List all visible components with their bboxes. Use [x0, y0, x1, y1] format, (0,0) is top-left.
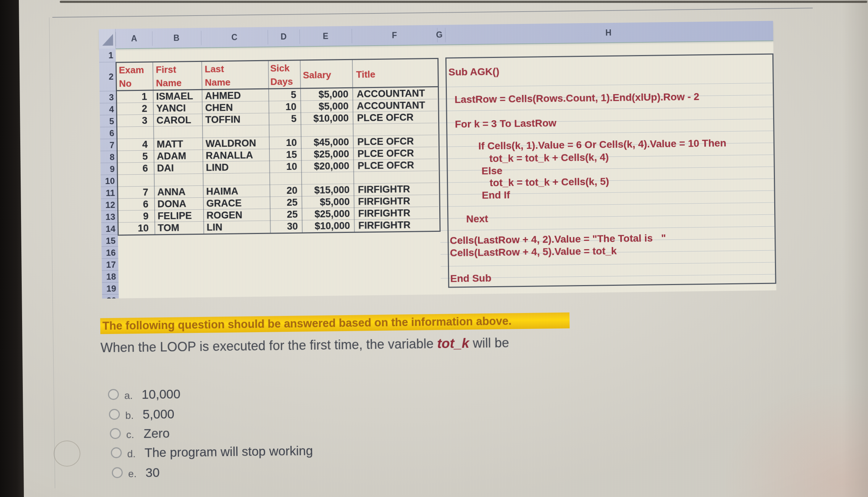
cell-exam-no: 3: [117, 115, 152, 127]
cell-title: FIRFIGHTR: [355, 183, 438, 196]
select-all-corner: [99, 29, 116, 49]
table-row: 9 FELIPE ROGEN 25 $25,000 FIRFIGHTR: [0, 0, 866, 1]
option-row-b[interactable]: b.5,000: [125, 406, 175, 423]
column-header-title: Title: [356, 60, 436, 88]
cell-title: FIRFIGHTR: [356, 207, 438, 220]
select-all-triangle-icon: [102, 34, 113, 46]
cell-last-name: ROGEN: [205, 209, 268, 222]
column-letter: E: [323, 26, 328, 46]
cell-first-name: ADAM: [155, 150, 201, 163]
option-text[interactable]: 30: [146, 465, 160, 479]
row-number: 4: [100, 103, 116, 116]
cell-sick-days: 20: [270, 185, 300, 197]
column-letter: F: [392, 25, 397, 45]
question-prefix: When the LOOP is executed for the first …: [100, 336, 437, 355]
table-row: 2 YANCI CHEN 10 $5,000 ACCOUNTANT: [0, 0, 866, 1]
cell-last-name: AHMED: [204, 89, 267, 102]
cell-title: ACCOUNTANT: [354, 99, 437, 112]
row-number: 18: [102, 271, 118, 283]
table-row: 7 ANNA HAIMA 20 $15,000 FIRFIGHTR: [0, 0, 866, 1]
cell-exam-no: 9: [118, 210, 154, 222]
table-row: 5 ADAM RANALLA 15 $25,000 PLCE OFCR: [0, 0, 866, 1]
row-number: 14: [101, 223, 118, 235]
row-number: 5: [100, 115, 117, 128]
cell-sick-days: 5: [269, 113, 299, 125]
row-number: 20: [102, 295, 119, 299]
option-letter: c.: [126, 427, 144, 443]
question-variable: tot_k: [437, 336, 469, 351]
column-header-sick-days: Sick Days: [270, 62, 299, 89]
cell-exam-no: 5: [118, 151, 153, 163]
radio-option-e[interactable]: [112, 467, 123, 478]
radio-option-b[interactable]: [109, 409, 120, 420]
row-number: 8: [100, 151, 117, 163]
row-number: 17: [102, 259, 118, 271]
code-line: For k = 3 To LastRow: [455, 117, 557, 130]
cell-salary: $45,000: [302, 136, 352, 149]
quiz-page: A B C D E F G H 1 2 3 4 5 6 7 8 9 10 11 …: [0, 0, 868, 497]
cell-title: PLCE OFCR: [355, 111, 437, 124]
question-text: When the LOOP is executed for the first …: [100, 335, 509, 356]
cell-exam-no: 6: [118, 198, 154, 210]
cell-sick-days: 25: [271, 209, 300, 221]
cell-title: PLCE OFCR: [355, 135, 437, 148]
option-text[interactable]: 10,000: [142, 387, 181, 401]
cell-first-name: DAI: [155, 162, 201, 175]
row-number: 10: [101, 175, 117, 187]
option-row-c[interactable]: c.Zero: [126, 425, 169, 442]
cell-salary: $5,000: [301, 100, 351, 113]
option-row-a[interactable]: a.10,000: [124, 386, 181, 403]
code-line: End Sub: [450, 272, 491, 284]
cell-sick-days: 10: [270, 137, 299, 149]
row-number: 3: [100, 91, 116, 104]
row-number: 6: [100, 127, 117, 139]
cell-first-name: TOM: [156, 222, 202, 234]
photographed-screen: A B C D E F G H 1 2 3 4 5 6 7 8 9 10 11 …: [0, 0, 868, 497]
code-line: Sub AGK(): [448, 66, 499, 78]
cell-first-name: ISMAEL: [155, 90, 200, 103]
option-letter: a.: [124, 388, 142, 404]
question-suffix: will be: [469, 335, 509, 351]
option-row-d[interactable]: d.The program will stop working: [127, 443, 313, 461]
code-line: Next: [466, 213, 488, 225]
column-letter: H: [605, 23, 611, 42]
option-text[interactable]: 5,000: [143, 407, 175, 421]
cell-first-name: MATT: [155, 138, 201, 151]
column-header-exam-no: Exam No: [119, 63, 152, 91]
option-text[interactable]: The program will stop working: [144, 443, 313, 460]
row-number: 15: [101, 235, 118, 247]
page-left-border: [49, 17, 55, 488]
option-text[interactable]: Zero: [143, 426, 169, 440]
cell-exam-no: 2: [117, 103, 152, 115]
option-row-e[interactable]: e.30: [128, 464, 160, 481]
radio-option-c[interactable]: [110, 428, 121, 439]
column-header-salary: Salary: [303, 61, 350, 89]
cell-last-name: LIND: [204, 161, 268, 174]
table-row: 4 MATT WALDRON 10 $45,000 PLCE OFCR: [0, 0, 866, 1]
table-row: 6 DAI LIND 10 $20,000 PLCE OFCR: [0, 0, 866, 1]
cell-sick-days: 10: [270, 161, 299, 173]
option-letter: d.: [127, 446, 145, 462]
row-number: 11: [101, 187, 117, 199]
cell-sick-days: 30: [271, 221, 300, 233]
cell-sick-days: 10: [269, 101, 299, 113]
cell-title: ACCOUNTANT: [354, 87, 437, 100]
cell-last-name: LIN: [205, 221, 268, 234]
highlighted-instruction-text: The following question should be answere…: [102, 314, 512, 332]
radio-option-d[interactable]: [111, 447, 122, 458]
radio-option-a[interactable]: [108, 389, 119, 400]
cell-salary: $10,000: [301, 112, 351, 125]
cell-last-name: GRACE: [205, 197, 268, 210]
row-number: 13: [101, 211, 118, 223]
cell-sick-days: 5: [269, 89, 299, 101]
column-letter: C: [231, 28, 238, 47]
row-number: 7: [100, 139, 117, 151]
table-row: 1 ISMAEL AHMED 5 $5,000 ACCOUNTANT: [0, 0, 866, 1]
cell-title: PLCE OFCR: [355, 159, 437, 172]
code-line: End If: [482, 189, 510, 201]
table-row: 6 DONA GRACE 25 $5,000 FIRFIGHTR: [0, 0, 866, 1]
photo-edge-shade: [843, 0, 868, 497]
column-letter: D: [281, 27, 287, 46]
cell-salary: $25,000: [302, 208, 352, 221]
table-row: 10 TOM LIN 30 $10,000 FIRFIGHTR: [0, 0, 866, 1]
